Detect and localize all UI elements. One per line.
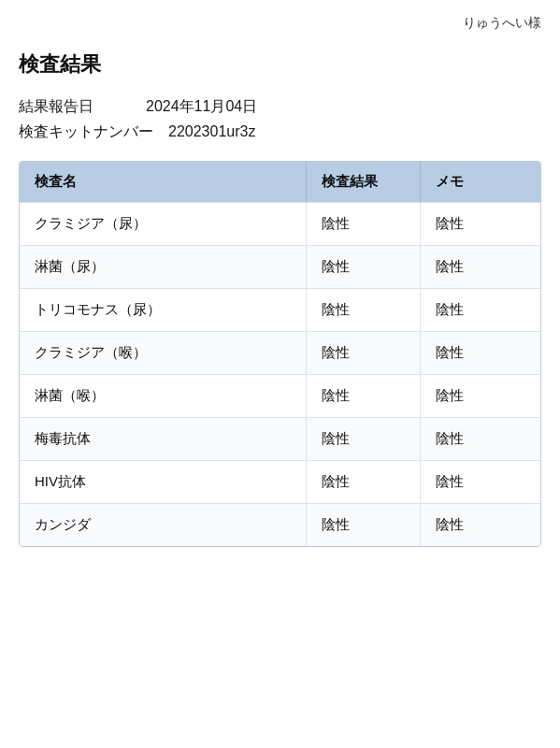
cell-test-result: 陰性 [306, 418, 421, 461]
cell-test-name: トリコモナス（尿） [20, 289, 306, 332]
cell-test-name: 梅毒抗体 [20, 418, 306, 461]
cell-test-name: カンジダ [20, 504, 306, 547]
cell-test-result: 陰性 [306, 375, 421, 418]
col-header-result: 検査結果 [306, 162, 421, 203]
cell-test-result: 陰性 [306, 203, 421, 246]
results-table-container: 検査名 検査結果 メモ クラミジア（尿）陰性陰性淋菌（尿）陰性陰性トリコモナス（… [19, 161, 541, 547]
cell-test-name: 淋菌（尿） [20, 246, 306, 289]
table-row: 梅毒抗体陰性陰性 [20, 418, 540, 461]
cell-test-result: 陰性 [306, 246, 421, 289]
kit-number-value: 2202301ur3z [168, 123, 255, 140]
table-row: カンジダ陰性陰性 [20, 504, 540, 547]
cell-test-memo: 陰性 [421, 375, 540, 418]
report-date-label: 結果報告日 [19, 97, 131, 117]
cell-test-name: クラミジア（尿） [20, 203, 306, 246]
table-header-row: 検査名 検査結果 メモ [20, 162, 540, 203]
meta-section: 結果報告日 2024年11月04日 検査キットナンバー 2202301ur3z [19, 97, 541, 142]
cell-test-name: 淋菌（喉） [20, 375, 306, 418]
cell-test-memo: 陰性 [421, 203, 540, 246]
col-header-memo: メモ [421, 162, 540, 203]
cell-test-memo: 陰性 [421, 418, 540, 461]
cell-test-result: 陰性 [306, 504, 421, 547]
cell-test-name: HIV抗体 [20, 461, 306, 504]
results-table: 検査名 検査結果 メモ クラミジア（尿）陰性陰性淋菌（尿）陰性陰性トリコモナス（… [20, 162, 540, 546]
cell-test-memo: 陰性 [421, 246, 540, 289]
table-row: トリコモナス（尿）陰性陰性 [20, 289, 540, 332]
cell-test-name: クラミジア（喉） [20, 332, 306, 375]
cell-test-memo: 陰性 [421, 332, 540, 375]
cell-test-result: 陰性 [306, 289, 421, 332]
table-row: 淋菌（尿）陰性陰性 [20, 246, 540, 289]
table-row: クラミジア（尿）陰性陰性 [20, 203, 540, 246]
table-row: 淋菌（喉）陰性陰性 [20, 375, 540, 418]
cell-test-memo: 陰性 [421, 504, 540, 547]
report-date-value: 2024年11月04日 [146, 97, 257, 117]
col-header-name: 検査名 [20, 162, 306, 203]
page-title: 検査結果 [19, 50, 541, 79]
user-greeting: りゅうへい様 [19, 15, 541, 32]
table-row: クラミジア（喉）陰性陰性 [20, 332, 540, 375]
cell-test-memo: 陰性 [421, 289, 540, 332]
cell-test-result: 陰性 [306, 332, 421, 375]
cell-test-result: 陰性 [306, 461, 421, 504]
table-row: HIV抗体陰性陰性 [20, 461, 540, 504]
cell-test-memo: 陰性 [421, 461, 540, 504]
kit-number-label: 検査キットナンバー [19, 122, 153, 142]
